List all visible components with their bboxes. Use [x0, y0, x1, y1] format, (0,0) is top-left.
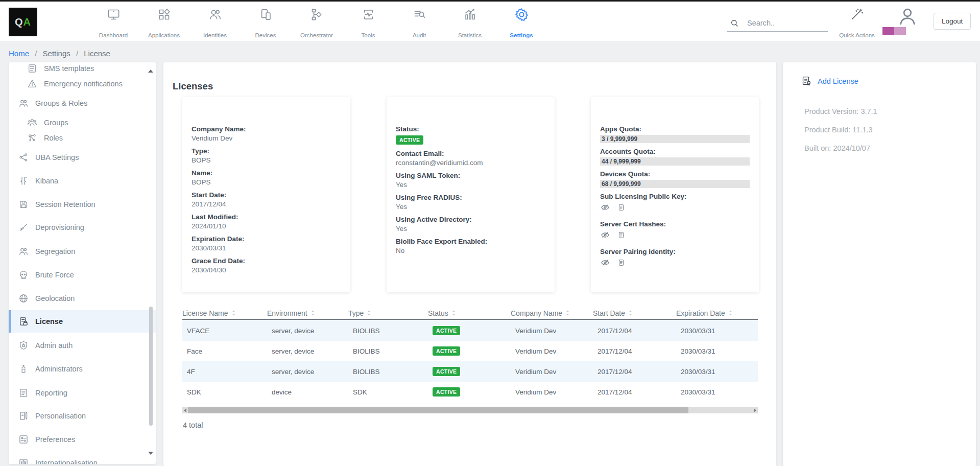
- eye-off-icon[interactable]: [601, 230, 610, 240]
- sidebar-item-admin-auth[interactable]: Admin auth: [9, 338, 156, 353]
- nav-identities[interactable]: Identities: [192, 7, 238, 38]
- nav-devices[interactable]: Devices: [243, 7, 289, 38]
- copy-icon[interactable]: [617, 258, 625, 267]
- company-logo[interactable]: QA: [9, 8, 37, 36]
- column-header-expiration-date[interactable]: Expiration Date: [676, 307, 758, 319]
- sidebar-item-uba-settings[interactable]: UBA Settings: [9, 150, 156, 165]
- sort-icon: [628, 310, 633, 316]
- warning-triangle-icon: [27, 79, 37, 89]
- user-avatar-icon[interactable]: [897, 6, 918, 27]
- magic-wand-icon: [850, 7, 864, 22]
- tools-icon: [362, 7, 375, 22]
- sort-icon: [310, 310, 315, 316]
- administrator-person-icon: [18, 364, 29, 374]
- breadcrumb: Home / Settings / License: [9, 49, 110, 58]
- licenses-panel: Licenses Company Name:Veridium Dev Type:…: [163, 62, 776, 466]
- nav-audit[interactable]: Audit: [396, 7, 442, 38]
- eye-off-icon[interactable]: [601, 203, 610, 212]
- field-label: Start Date:: [192, 191, 341, 200]
- eye-off-icon[interactable]: [601, 258, 610, 267]
- users-icon: [18, 98, 29, 108]
- scrollbar-thumb[interactable]: [188, 407, 688, 413]
- sidebar-item-groups[interactable]: Groups: [9, 115, 156, 130]
- column-header-environment[interactable]: Environment: [267, 307, 348, 319]
- user-group-icon: [27, 118, 37, 128]
- nav-orchestrator[interactable]: Orchestrator: [294, 7, 340, 38]
- sidebar-item-session-retention[interactable]: Session Retention: [9, 197, 156, 212]
- sidebar-item-preferences[interactable]: Preferences: [9, 432, 156, 447]
- table-total-count: 4 total: [183, 421, 203, 429]
- table-row[interactable]: SDK device SDK ACTIVE Veridium Dev 2017/…: [182, 382, 758, 402]
- sidebar-item-kibana[interactable]: Kibana: [9, 173, 156, 189]
- status-badge: ACTIVE: [433, 346, 460, 356]
- sidebar-item-groups-roles[interactable]: Groups & Roles: [9, 96, 156, 111]
- logo-letter-q: Q: [15, 16, 23, 28]
- global-search: [727, 15, 828, 32]
- sidebar-item-geolocation[interactable]: Geolocation: [9, 291, 156, 306]
- column-header-company-name[interactable]: Company Name: [511, 307, 593, 319]
- table-row[interactable]: 4F server, device BIOLIBS ACTIVE Veridiu…: [182, 361, 758, 382]
- column-header-type[interactable]: Type: [348, 307, 428, 319]
- search-icon: [730, 18, 739, 28]
- field-label: Name:: [192, 169, 341, 178]
- sidebar-scrollbar-thumb[interactable]: [149, 307, 153, 426]
- table-row[interactable]: Face server, device BIOLIBS ACTIVE Verid…: [182, 341, 758, 361]
- sidebar-item-administrators[interactable]: Administrators: [9, 361, 156, 377]
- status-badge: ACTIVE: [433, 326, 460, 335]
- applications-icon: [157, 7, 171, 22]
- nav-statistics[interactable]: Statistics: [447, 7, 493, 38]
- add-license-button[interactable]: Add License: [801, 76, 858, 86]
- settings-sidebar: SMS templates Emergency notifications Gr…: [9, 62, 156, 464]
- sidebar-item-segregation[interactable]: Segregation: [9, 244, 156, 259]
- globe-icon: [18, 293, 29, 304]
- field-label: Expiration Date:: [192, 235, 341, 244]
- quick-actions-button[interactable]: Quick Actions: [834, 7, 880, 38]
- license-document-icon: [18, 316, 29, 327]
- field-value: Yes: [396, 180, 545, 190]
- copy-icon[interactable]: [617, 203, 625, 212]
- column-header-license-name[interactable]: License Name: [182, 307, 267, 319]
- logout-button[interactable]: Logout: [934, 13, 971, 30]
- breadcrumb-home[interactable]: Home: [9, 49, 29, 58]
- sort-icon: [451, 310, 456, 316]
- status-badge: ACTIVE: [433, 367, 460, 376]
- field-label: Status:: [396, 125, 545, 134]
- sidebar-item-internationalisation[interactable]: Internationalisation: [9, 455, 156, 464]
- copy-icon[interactable]: [617, 230, 625, 240]
- sidebar-scroll-down-arrow[interactable]: [148, 452, 153, 455]
- product-version-text: Product Version: 3.7.1: [804, 107, 877, 115]
- column-header-status[interactable]: Status: [428, 307, 511, 319]
- status-badge: ACTIVE: [396, 135, 423, 145]
- field-value: Yes: [396, 224, 545, 234]
- scroll-left-arrow[interactable]: [184, 408, 186, 412]
- column-header-start-date[interactable]: Start Date: [593, 307, 676, 319]
- sidebar-item-personalisation[interactable]: Personalisation: [9, 408, 156, 424]
- field-value: 2030/03/31: [192, 244, 341, 253]
- sidebar-item-brute-force[interactable]: Brute Force: [9, 267, 156, 283]
- color-swatch: [882, 27, 906, 35]
- search-input[interactable]: [746, 18, 820, 28]
- sidebar-item-sms-templates[interactable]: SMS templates: [9, 62, 156, 76]
- share-nodes-icon: [18, 152, 29, 162]
- field-label: Biolib Face Export Enabled:: [396, 237, 545, 246]
- nav-dashboard[interactable]: Dashboard: [90, 7, 136, 38]
- nav-tools[interactable]: Tools: [345, 7, 391, 38]
- sidebar-item-roles[interactable]: Roles: [9, 130, 156, 146]
- broom-icon: [18, 222, 29, 232]
- license-actions-panel: Add License Product Version: 3.7.1 Produ…: [783, 62, 976, 466]
- table-horizontal-scrollbar[interactable]: [182, 407, 758, 413]
- sidebar-item-deprovisioning[interactable]: Deprovisioning: [9, 220, 156, 235]
- scroll-right-arrow[interactable]: [754, 408, 756, 412]
- sidebar-item-reporting[interactable]: Reporting: [9, 385, 156, 401]
- nav-applications[interactable]: Applications: [141, 7, 187, 38]
- nav-settings[interactable]: Settings: [498, 7, 544, 38]
- sidebar-item-license[interactable]: License: [9, 310, 156, 333]
- field-value: 2030/04/30: [192, 266, 341, 275]
- table-row[interactable]: VFACE server, device BIOLIBS ACTIVE Veri…: [182, 320, 758, 341]
- sidebar-scroll-up-arrow[interactable]: [148, 69, 153, 73]
- statistics-icon: [463, 7, 477, 22]
- dashboard-icon: [107, 7, 121, 22]
- sidebar-item-emergency-notifications[interactable]: Emergency notifications: [9, 76, 156, 91]
- licenses-table-header: License Name Environment Type Status Com…: [182, 307, 758, 320]
- logo-letter-a: A: [23, 16, 31, 28]
